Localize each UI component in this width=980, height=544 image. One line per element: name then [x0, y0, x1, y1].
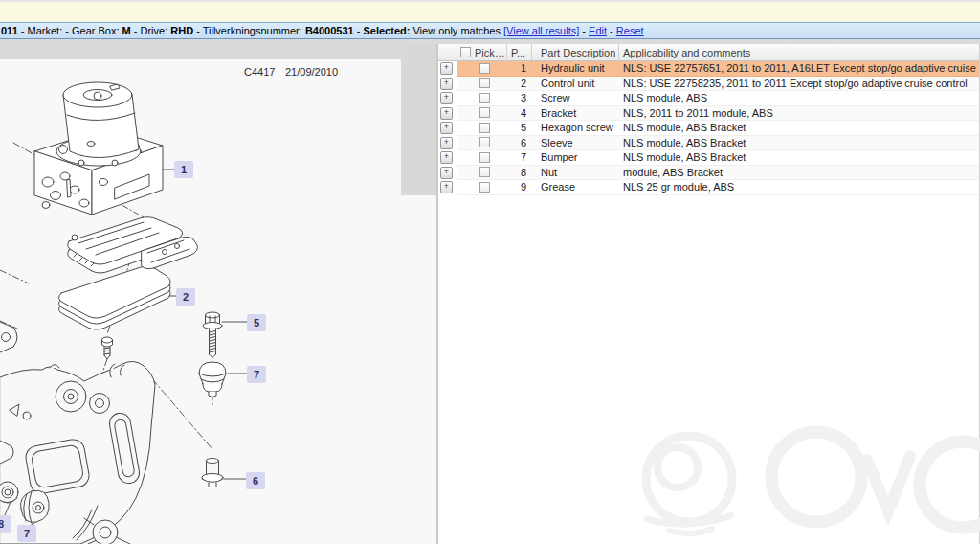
row-body: 6 Sleeve NLS module, ABS Bracket — [457, 136, 979, 151]
row-body: 9 Grease NLS 25 gr module, ABS — [457, 180, 979, 195]
parts-table-header: Picked P... Part Description Applicabili… — [438, 44, 979, 61]
row-picked-checkbox[interactable] — [479, 167, 490, 177]
expand-row-button[interactable]: + — [440, 181, 453, 193]
header-picked[interactable]: Picked — [457, 44, 507, 60]
table-row[interactable]: + 8 Nut module, ABS Bracket — [438, 166, 979, 181]
row-expander-cell: + — [438, 77, 457, 92]
position-cell: 5 — [507, 121, 532, 135]
table-row[interactable]: + 7 Bumper NLS module, ABS Bracket — [438, 150, 979, 166]
position-cell: 7 — [507, 150, 532, 165]
serial-label: - Tillverkningsnummer: — [193, 25, 305, 36]
picked-header-label: Picked — [475, 47, 506, 58]
grid-row-header-gutter — [401, 44, 436, 195]
row-expander-cell: + — [438, 150, 457, 166]
position-cell: 2 — [507, 77, 532, 91]
parts-table-pane: Picked P... Part Description Applicabili… — [436, 44, 980, 544]
diagram-pane: C4417 21/09/2010 — [0, 59, 436, 544]
callout-label-2[interactable]: 2 — [176, 288, 195, 306]
control-unit-drawing — [58, 217, 197, 329]
table-row[interactable]: + 1 Hydraulic unit NLS: USE 22757651, 20… — [438, 61, 979, 77]
row-body: 8 Nut module, ABS Bracket — [457, 166, 979, 181]
callout-label-7b[interactable]: 7 — [17, 525, 36, 542]
expand-row-button[interactable]: + — [440, 122, 453, 134]
market-gearbox-text: - Market: - Gear Box: — [18, 25, 122, 36]
serial-value: B4000531 — [305, 25, 354, 36]
expand-row-button[interactable]: + — [440, 62, 453, 75]
row-body: 7 Bumper NLS module, ABS Bracket — [457, 150, 979, 166]
row-picked-checkbox[interactable] — [479, 182, 490, 193]
parts-table-rows: + 1 Hydraulic unit NLS: USE 22757651, 20… — [438, 61, 979, 195]
picked-cell — [457, 77, 507, 91]
drive-value: RHD — [170, 25, 193, 36]
main-content: C4417 21/09/2010 — [0, 39, 980, 544]
expand-row-button[interactable]: + — [440, 107, 453, 120]
applicability-header-label: Applicability and comments — [619, 47, 750, 58]
model-year-fragment: 011 — [1, 25, 18, 36]
applicability-cell: NLS module, ABS Bracket — [619, 150, 979, 165]
callout-label-8[interactable]: 8 — [0, 515, 11, 533]
row-body: 1 Hydraulic unit NLS: USE 22757651, 2011… — [457, 61, 979, 77]
row-expander-cell: + — [438, 180, 457, 195]
hydraulic-unit-drawing — [34, 82, 163, 215]
row-picked-checkbox[interactable] — [479, 137, 490, 147]
table-row[interactable]: + 3 Screw NLS module, ABS — [438, 91, 979, 106]
table-row[interactable]: + 2 Control unit NLS: USE 22758235, 2011… — [438, 77, 979, 92]
part-description-header-label: Part Description — [532, 47, 615, 58]
view-all-results-link[interactable]: [View all results] — [503, 25, 579, 36]
position-header-label: P... — [507, 47, 525, 58]
row-picked-checkbox[interactable] — [479, 152, 490, 163]
row-picked-checkbox[interactable] — [479, 93, 490, 103]
sleeve-part-drawing — [202, 459, 223, 487]
header-expander-column — [438, 44, 457, 60]
exploded-parts-diagram — [0, 59, 436, 544]
row-expander-cell: + — [438, 136, 457, 151]
part-description-cell: Hexagon screw — [532, 121, 619, 135]
callout-label-7[interactable]: 7 — [247, 366, 266, 383]
picked-cell — [457, 166, 507, 180]
table-row[interactable]: + 4 Bracket NLS, 2011 to 2011 module, AB… — [438, 106, 979, 122]
part-description-cell: Bracket — [532, 106, 619, 121]
expand-row-button[interactable]: + — [440, 78, 453, 90]
callout-label-1[interactable]: 1 — [174, 161, 193, 178]
header-position[interactable]: P... — [507, 44, 532, 60]
expand-row-button[interactable]: + — [440, 151, 453, 164]
part-description-cell: Nut — [532, 166, 619, 180]
expand-row-button[interactable]: + — [440, 92, 453, 104]
table-row[interactable]: + 6 Sleeve NLS module, ABS Bracket — [438, 136, 979, 151]
select-all-checkbox[interactable] — [460, 47, 471, 57]
reset-link[interactable]: Reset — [616, 25, 644, 36]
header-applicability[interactable]: Applicability and comments — [619, 44, 979, 60]
row-expander-cell: + — [438, 121, 457, 136]
position-cell: 8 — [507, 166, 532, 180]
part-description-cell: Hydraulic unit — [532, 61, 619, 76]
position-cell: 4 — [507, 106, 532, 121]
position-cell: 6 — [507, 136, 532, 150]
position-cell: 3 — [507, 91, 532, 105]
hexagon-screw-drawing — [203, 312, 222, 358]
row-expander-cell: + — [438, 166, 457, 181]
row-picked-checkbox[interactable] — [479, 123, 490, 133]
part-description-cell: Screw — [532, 91, 619, 105]
picked-cell — [457, 61, 507, 76]
table-row[interactable]: + 9 Grease NLS 25 gr module, ABS — [438, 180, 979, 195]
ovoko-watermark-logo — [630, 410, 980, 544]
row-picked-checkbox[interactable] — [479, 63, 490, 74]
row-body: 5 Hexagon screw NLS module, ABS Bracket — [457, 121, 979, 136]
expand-row-button[interactable]: + — [440, 137, 453, 149]
row-picked-checkbox[interactable] — [479, 78, 490, 88]
picked-cell — [457, 180, 507, 194]
app-window: 011 - Market: - Gear Box: M - Drive: RHD… — [0, 0, 980, 544]
table-row[interactable]: + 5 Hexagon screw NLS module, ABS Bracke… — [438, 121, 979, 136]
header-part-description[interactable]: Part Description — [532, 44, 619, 60]
expand-row-button[interactable]: + — [440, 167, 453, 179]
vehicle-info-bar: 011 - Market: - Gear Box: M - Drive: RHD… — [0, 22, 980, 39]
position-cell: 1 — [507, 61, 532, 76]
callout-label-6[interactable]: 6 — [246, 472, 265, 489]
row-picked-checkbox[interactable] — [479, 107, 490, 118]
picked-cell — [457, 106, 507, 121]
edit-link[interactable]: Edit — [589, 25, 607, 36]
applicability-cell: NLS module, ABS Bracket — [619, 136, 979, 150]
callout-label-5[interactable]: 5 — [247, 314, 266, 331]
gearbox-value: M — [122, 25, 131, 36]
applicability-cell: NLS 25 gr module, ABS — [619, 180, 979, 194]
